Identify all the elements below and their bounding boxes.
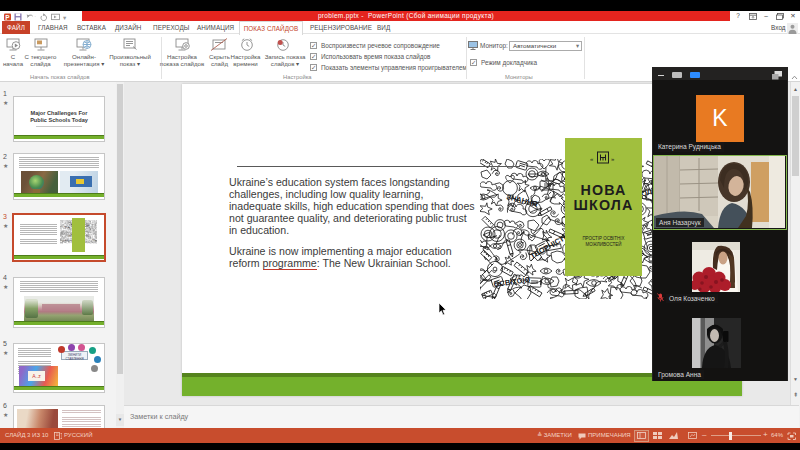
svg-text:▾: ▾ [63, 13, 67, 20]
svg-text:˙: ˙ [35, 14, 37, 20]
svg-text:«: « [590, 156, 594, 162]
svg-text:P: P [5, 13, 10, 20]
svg-text:»: » [611, 156, 615, 162]
